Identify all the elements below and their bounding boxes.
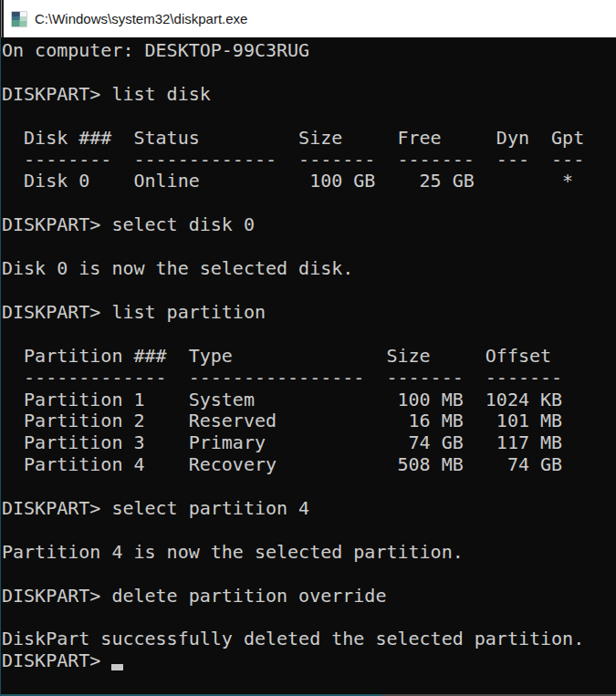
title-bar[interactable]: C:\Windows\system32\diskpart.exe [0,0,616,37]
console-screen[interactable]: On computer: DESKTOP-99C3RUG DISKPART> l… [0,37,616,696]
console-prompt-line: DISKPART> [2,650,616,672]
console-output: On computer: DESKTOP-99C3RUG DISKPART> l… [2,40,616,650]
console-window-icon[interactable] [11,11,27,27]
window-title: C:\Windows\system32\diskpart.exe [35,11,247,26]
console-window: C:\Windows\system32\diskpart.exe On comp… [0,0,616,696]
prompt-text: DISKPART> [2,649,111,671]
text-cursor-icon [111,664,123,670]
